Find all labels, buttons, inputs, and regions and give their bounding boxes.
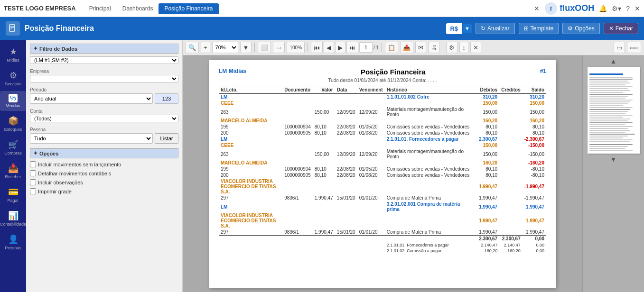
cell-r11-c8 xyxy=(499,172,523,178)
cell-r3-c1 xyxy=(282,118,313,124)
settings-btn[interactable]: ⚙ xyxy=(446,42,457,53)
conta-select[interactable]: (Todos) xyxy=(30,115,178,122)
close-tab-btn[interactable]: ✕ xyxy=(534,5,540,12)
table-row: 2979836/11.990,4715/01/2001/01/20Compra … xyxy=(219,229,546,236)
zoom-in-button[interactable]: + xyxy=(201,42,210,53)
currency-button[interactable]: R$ xyxy=(446,23,462,34)
cell-r5-c6 xyxy=(473,130,477,136)
cell-r15-c7: 1.990,47 xyxy=(477,212,499,229)
checkbox-detalhar-mov-input[interactable] xyxy=(30,170,36,176)
table-row: CEEE150,00-150,00 xyxy=(219,142,546,148)
checkbox-sem-lancamento-input[interactable] xyxy=(30,161,36,167)
search-button[interactable]: 🔍 xyxy=(186,42,199,53)
sidebar-item-contabilidade[interactable]: 📊 Contabilidade xyxy=(0,208,26,229)
thumb-scroll-down[interactable]: ▼ xyxy=(610,155,617,163)
table-row: 2979836/11.990,4715/01/2001/01/20Compra … xyxy=(219,195,546,201)
email-button[interactable]: ✉ xyxy=(415,42,426,53)
cell-r7-c6 xyxy=(473,142,477,148)
empresa-select[interactable] xyxy=(30,75,178,82)
receber-icon: 📥 xyxy=(8,163,19,173)
close-button[interactable]: ✕ Fechar xyxy=(604,23,638,34)
estoques-icon: 📦 xyxy=(8,116,19,126)
resize-btn[interactable]: ↕ xyxy=(459,42,468,53)
cell-r4-c1: 1000000904 xyxy=(282,124,313,130)
bell-icon[interactable]: 🔔 xyxy=(599,5,607,12)
header-bar: Posição Financeira R$ ▼ ↻ Atualizar ⊞ Te… xyxy=(0,17,644,40)
cell-r4-c6 xyxy=(473,124,477,130)
gear-icon[interactable]: ⚙▾ xyxy=(612,5,621,12)
periodo-num-field[interactable] xyxy=(155,93,178,104)
sidebar-item-midias[interactable]: ★ Mídias xyxy=(0,44,26,65)
cell-r19-c4 xyxy=(357,248,385,254)
refresh-button[interactable]: ↻ Atualizar xyxy=(476,23,515,34)
cell-r12-c8 xyxy=(499,178,523,195)
export-button[interactable]: 📤 xyxy=(400,42,413,53)
fit-width-button[interactable]: ↔ xyxy=(273,42,285,53)
sidebar-item-servicos[interactable]: ⚙ Serviços xyxy=(0,67,26,89)
pessoa-select[interactable]: Tudo xyxy=(30,133,153,144)
sidebar-item-vendas[interactable]: % Vendas xyxy=(0,91,26,111)
checkbox-imprimir-grade-input[interactable] xyxy=(30,188,36,194)
dual-page-btn[interactable]: ▭▭ xyxy=(627,42,641,53)
conta-group: Conta (Todos) xyxy=(30,109,178,122)
close-app-icon[interactable]: ✕ xyxy=(635,5,640,12)
cell-r12-c6 xyxy=(473,178,477,195)
sidebar-item-pagar[interactable]: 💳 Pagar xyxy=(0,184,26,206)
report-scroll[interactable]: LM Mídias Posição Financeira #1 Tudo des… xyxy=(183,55,582,292)
percent100-button[interactable]: 100% xyxy=(287,42,305,53)
sidebar-item-compras[interactable]: 🛒 Compras xyxy=(0,137,26,158)
currency-dropdown[interactable]: ▼ xyxy=(463,24,472,33)
cell-r2-c8 xyxy=(499,106,523,118)
copy-button[interactable]: 📋 xyxy=(385,42,398,53)
cell-r14-c8 xyxy=(499,201,523,212)
cell-r18-c5: 2.1.01.01. Fornecedores a pagar xyxy=(385,242,474,248)
thumbnail-panel: ▲ 1 xyxy=(582,55,644,292)
cell-r15-c5 xyxy=(385,212,474,229)
thumb-scroll-up[interactable]: ▲ xyxy=(610,57,617,65)
cell-r11-c7: 80,10 xyxy=(477,172,499,178)
sidebar-item-estoques[interactable]: 📦 Estoques xyxy=(0,113,26,135)
prev-page-button[interactable]: ◀ xyxy=(324,42,334,53)
options-button[interactable]: ⚙ Opções xyxy=(562,23,599,34)
cell-r1-c0: CEEE xyxy=(219,100,282,106)
zoom-down-btn[interactable]: ▼ xyxy=(240,42,252,53)
last-page-button[interactable]: ⏭ xyxy=(346,42,358,53)
cell-r1-c8 xyxy=(499,100,523,106)
cell-r2-c6 xyxy=(473,106,477,118)
help-icon[interactable]: ? xyxy=(626,5,630,12)
tab-posicao-financeira[interactable]: Posição Financeira xyxy=(159,3,218,14)
cell-r18-c3 xyxy=(335,242,357,248)
close-toolbar-btn[interactable]: ✕ xyxy=(470,42,481,53)
first-page-button[interactable]: ⏮ xyxy=(311,42,323,53)
cell-r5-c8 xyxy=(499,130,523,136)
tab-principal[interactable]: Principal xyxy=(84,3,117,14)
cell-r5-c5: Comissões sobre vendas - Vendedores xyxy=(385,130,474,136)
filter-lm-select[interactable]: (LM #1,SM #2) xyxy=(30,56,178,64)
zoom-select[interactable]: 70% 50% 100% 150% xyxy=(212,42,238,53)
sidebar-item-receber[interactable]: 📥 Receber xyxy=(0,160,26,182)
col-debitos: Débitos xyxy=(477,86,499,94)
print-button[interactable]: 🖨 xyxy=(428,42,440,53)
sidebar-item-pessoas[interactable]: 👤 Pessoas xyxy=(0,231,26,253)
listar-button[interactable]: Listar xyxy=(155,133,178,144)
cell-r14-c0: LM xyxy=(219,201,282,212)
page-current-input[interactable] xyxy=(359,42,373,53)
fit-page-button[interactable]: ⬜ xyxy=(258,42,271,53)
cell-r9-c8 xyxy=(499,160,523,166)
thumbnail-page-1[interactable] xyxy=(588,67,640,154)
single-page-btn[interactable]: ▭ xyxy=(614,42,625,53)
next-page-button[interactable]: ▶ xyxy=(335,42,345,53)
cell-r14-c7: 1.990,47 xyxy=(477,201,499,212)
periodo-select[interactable]: Ano atual xyxy=(30,93,153,104)
template-button[interactable]: ⊞ Template xyxy=(519,23,559,34)
cell-r14-c6 xyxy=(473,201,477,212)
tab-dashboards[interactable]: Dashboards xyxy=(117,3,159,14)
cell-r17-c2 xyxy=(313,236,335,242)
cell-r19-c8: 160,20 xyxy=(499,248,523,254)
checkbox-incluir-obs-input[interactable] xyxy=(30,179,36,185)
cell-r10-c2: 80,10 xyxy=(313,166,335,172)
main-layout: ★ Mídias ⚙ Serviços % Vendas 📦 Estoques … xyxy=(0,40,644,292)
cell-r2-c0: 263 xyxy=(219,106,282,118)
cell-r1-c1 xyxy=(282,100,313,106)
cell-r8-c7: 150,00 xyxy=(477,148,499,160)
